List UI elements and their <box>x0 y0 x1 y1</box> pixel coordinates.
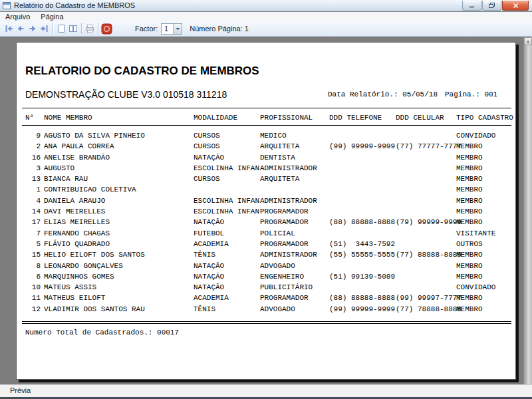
table-row: 5 FLÁVIO QUADRADO ACADEMIA PROGRAMADOR (… <box>25 239 509 249</box>
cell-phone <box>329 282 396 293</box>
two-page-view-button[interactable] <box>67 23 79 35</box>
cell-phone <box>329 174 396 184</box>
cell-cellphone <box>396 282 456 293</box>
column-header: PROFISSIONAL <box>260 114 329 122</box>
cell-member-name: MATEUS ASSIS <box>44 282 194 293</box>
cell-number: 5 <box>25 239 44 249</box>
cell-member-name: DAVI MEIRELLES <box>44 206 194 217</box>
last-page-icon <box>39 23 50 34</box>
cell-profession: ADMINISTRADOR <box>260 249 329 260</box>
cell-modality: CURSOS <box>194 130 260 141</box>
minimize-button[interactable] <box>462 1 481 11</box>
factor-select[interactable]: 1 <box>161 23 182 35</box>
cell-registration-type: MEMBRO <box>456 261 509 271</box>
column-header: N° <box>25 114 44 122</box>
column-header: TIPO CADASTRO <box>456 114 509 122</box>
restore-button[interactable] <box>482 1 501 11</box>
cell-number: 12 <box>25 304 44 315</box>
cell-profession: ARQUITETA <box>260 174 329 184</box>
cell-phone <box>329 163 396 174</box>
cell-number: 15 <box>25 249 44 260</box>
cell-modality: CURSOS <box>194 174 260 184</box>
cell-member-name: ANA PAULA CORREA <box>44 141 194 152</box>
cell-phone <box>329 130 396 141</box>
title-bar[interactable]: Relatório do Cadastro de MEMBROS <box>0 0 532 11</box>
previous-page-icon <box>15 23 26 34</box>
preview-area: RELATORIO DO CADASTRO DE MEMBROS DEMONST… <box>0 37 532 384</box>
table-row: 15 HELIO EILOFT DOS SANTOS TÊNIS ADMINIS… <box>25 249 509 260</box>
cell-modality: NATAÇÃO <box>194 152 260 163</box>
menu-arquivo[interactable]: Arquivo <box>0 12 35 21</box>
cell-cellphone: (79) 99999-9999 <box>396 217 456 227</box>
scroll-up-icon[interactable]: ▲ <box>524 37 532 45</box>
cell-cellphone <box>396 130 456 141</box>
previous-page-button[interactable] <box>15 23 27 35</box>
two-page-view-icon <box>68 23 78 34</box>
last-page-button[interactable] <box>39 23 51 35</box>
cell-modality: NATAÇÃO <box>194 271 260 282</box>
cell-phone: (88) 88888-8888 <box>329 217 396 227</box>
first-page-button[interactable] <box>3 23 15 35</box>
table-row: 9 AGUSTO DA SILVA PINHEIO CURSOS MEDICO … <box>25 130 509 141</box>
cell-registration-type: MEMBRO <box>456 249 509 260</box>
next-page-button[interactable] <box>27 23 39 35</box>
cell-profession: MEDICO <box>260 130 329 141</box>
cell-member-name: MARQUINHOS GOMES <box>44 271 194 282</box>
cell-number: 7 <box>25 228 44 239</box>
cell-number: 2 <box>25 141 44 152</box>
table-row: 1 CONTRIBUICAO COLETIVA MEMBRO <box>25 184 509 195</box>
cell-member-name: FERNANDO CHAGAS <box>44 228 194 239</box>
table-row: 8 LEONARDO GONÇALVES NATAÇÃO ADVOGADO ME… <box>25 261 509 271</box>
close-report-icon <box>101 23 112 35</box>
cell-number: 13 <box>25 174 44 184</box>
cell-member-name: MATHEUS EILOFT <box>44 293 194 303</box>
chevron-down-icon[interactable] <box>173 24 182 34</box>
toolbar-separator <box>81 23 82 34</box>
vertical-scrollbar[interactable]: ▲ <box>523 37 532 384</box>
cell-modality: ESCOLINHA INFAN <box>194 163 260 174</box>
cell-profession: PROGRAMADOR <box>260 293 329 303</box>
cell-modality: FUTEBOL <box>194 228 260 239</box>
restore-icon <box>488 2 495 9</box>
table-row: 2 ANA PAULA CORREA CURSOS ARQUITETA (99)… <box>25 141 509 152</box>
menu-pagina[interactable]: Página <box>35 12 68 21</box>
report-title: RELATORIO DO CADASTRO DE MEMBROS <box>25 65 259 78</box>
table-row: 12 VLADIMIR DOS SANTOS RAU TÊNIS ADVOGAD… <box>25 304 509 315</box>
cell-registration-type: MEMBRO <box>456 271 509 282</box>
cell-profession: POLICIAL <box>260 228 329 239</box>
cell-cellphone: (77) 77777-7777 <box>396 141 456 152</box>
cell-profession: ADMINISTRADOR <box>260 163 329 174</box>
cell-profession: ARQUITETA <box>260 141 329 152</box>
cell-registration-type: MEMBRO <box>456 141 509 152</box>
cell-profession: ENGENHEIRO <box>260 271 329 282</box>
cell-member-name: CONTRIBUICAO COLETIVA <box>44 184 194 195</box>
print-button[interactable] <box>84 23 96 35</box>
next-page-icon <box>27 23 38 34</box>
cell-member-name: DANIELA ARAUJO <box>44 196 194 206</box>
window-title: Relatório do Cadastro de MEMBROS <box>14 1 135 9</box>
cell-phone: (51) 99139-5089 <box>329 271 396 282</box>
report-subtitle: DEMONSTRAÇÃO CLUBE V3.0 010518 311218 <box>25 89 227 100</box>
table-row: 16 ANELISE BRANDÃO NATAÇÃO DENTISTA MEMB… <box>25 152 509 163</box>
cell-number: 9 <box>25 130 44 141</box>
cell-phone: (99) 99999-9999 <box>329 304 396 315</box>
cell-phone <box>329 184 396 195</box>
table-row: 14 DAVI MEIRELLES ESCOLINHA INFAN PROGRA… <box>25 206 509 217</box>
header-bottom-rule <box>22 125 511 126</box>
cell-modality: ESCOLINHA INFAN <box>194 196 260 206</box>
column-header: MODALIDADE <box>194 114 260 122</box>
cell-registration-type: VISITANTE <box>456 228 509 239</box>
cell-cellphone: (99) 99997-7777 <box>396 293 456 303</box>
cell-number: 17 <box>25 217 44 227</box>
single-page-view-button[interactable] <box>55 23 67 35</box>
close-button[interactable] <box>502 1 529 11</box>
cell-modality: NATAÇÃO <box>194 282 260 293</box>
cell-modality: TÊNIS <box>194 249 260 260</box>
close-report-button[interactable] <box>100 23 112 35</box>
cell-cellphone <box>396 184 456 195</box>
cell-member-name: AUGUSTO <box>44 163 194 174</box>
cell-cellphone <box>396 196 456 206</box>
cell-profession: PUBLICITÁRIO <box>260 282 329 293</box>
table-row: 4 DANIELA ARAUJO ESCOLINHA INFAN ADMINIS… <box>25 196 509 206</box>
status-bar: Prévia <box>0 384 532 397</box>
